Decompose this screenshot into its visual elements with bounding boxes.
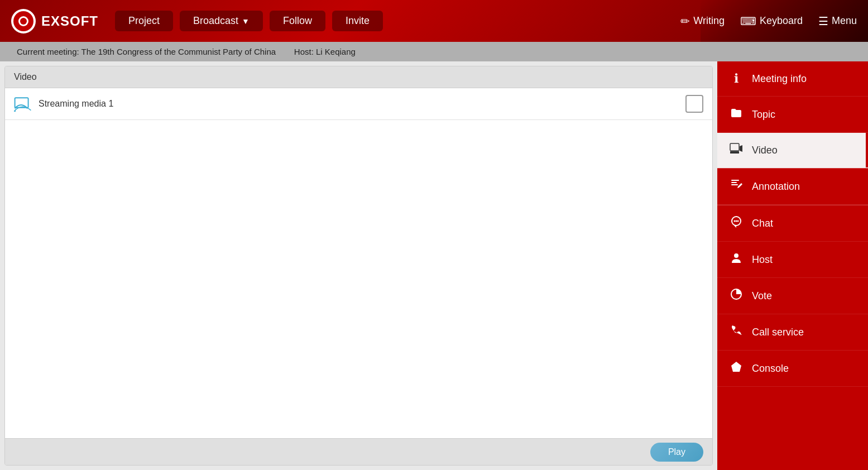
logo-area: EXSOFT <box>11 9 98 33</box>
follow-button[interactable]: Follow <box>270 11 325 31</box>
host-spacer <box>280 47 290 56</box>
video-panel-header: Video <box>5 66 712 88</box>
folder-icon <box>730 107 742 119</box>
sidebar-label-vote: Vote <box>752 290 772 302</box>
content-area: Video Streaming media 1 Play <box>0 61 717 470</box>
host-icon <box>728 252 744 267</box>
svg-rect-5 <box>731 182 737 183</box>
play-button[interactable]: Play <box>650 443 703 462</box>
header: EXSOFT Project Broadcast ▼ Follow Invite… <box>0 0 868 42</box>
nav-buttons: Project Broadcast ▼ Follow Invite <box>115 11 680 31</box>
header-right: ✏ Writing ⌨ Keyboard ☰ Menu <box>680 15 857 28</box>
writing-button[interactable]: ✏ Writing <box>680 15 725 28</box>
sidebar-item-call-service[interactable]: Call service <box>717 314 868 351</box>
svg-point-1 <box>14 111 16 112</box>
current-meeting-text: Current meeting: The 19th Congress of th… <box>17 47 276 56</box>
video-item[interactable]: Streaming media 1 <box>5 88 712 120</box>
sidebar-label-video: Video <box>752 145 778 156</box>
chart-icon <box>730 288 742 300</box>
broadcast-button[interactable]: Broadcast ▼ <box>180 11 263 31</box>
call-service-icon <box>728 324 744 340</box>
video-icon <box>728 143 744 157</box>
cast-icon <box>14 96 32 112</box>
writing-label: Writing <box>693 15 725 27</box>
video-panel-title: Video <box>14 72 37 81</box>
video-player-icon <box>730 143 743 154</box>
menu-icon: ☰ <box>818 15 828 28</box>
sidebar-item-annotation[interactable]: Annotation <box>717 169 868 205</box>
svg-rect-3 <box>730 151 739 154</box>
sidebar-item-topic[interactable]: Topic <box>717 97 868 133</box>
sidebar-item-host[interactable]: Host <box>717 242 868 278</box>
vote-icon <box>728 288 744 304</box>
topic-icon <box>728 107 744 122</box>
sidebar-item-meeting-info[interactable]: ℹ Meeting info <box>717 61 868 97</box>
sidebar-label-call-service: Call service <box>752 327 804 338</box>
svg-point-11 <box>734 253 738 258</box>
chat-bubble-icon <box>730 215 742 228</box>
broadcast-caret-icon: ▼ <box>242 17 250 26</box>
subheader: Current meeting: The 19th Congress of th… <box>0 42 868 61</box>
sidebar-item-vote[interactable]: Vote <box>717 278 868 314</box>
logo-text: EXSOFT <box>41 13 98 29</box>
main-layout: Video Streaming media 1 Play <box>0 61 868 470</box>
invite-button[interactable]: Invite <box>332 11 383 31</box>
diamond-icon <box>730 361 742 373</box>
sidebar-label-annotation: Annotation <box>752 181 800 193</box>
sidebar-item-console[interactable]: Console <box>717 351 868 387</box>
svg-rect-4 <box>731 180 739 181</box>
menu-button[interactable]: ☰ Menu <box>818 15 857 28</box>
phone-icon <box>730 324 742 337</box>
chat-icon <box>728 215 744 231</box>
logo-icon <box>11 9 36 33</box>
sidebar-label-host: Host <box>752 254 773 266</box>
svg-point-8 <box>734 220 736 222</box>
sidebar-label-console: Console <box>752 363 789 375</box>
keyboard-button[interactable]: ⌨ Keyboard <box>740 15 803 28</box>
keyboard-label: Keyboard <box>760 15 803 27</box>
info-icon: ℹ <box>728 71 744 86</box>
project-button[interactable]: Project <box>115 11 173 31</box>
logo-icon-inner <box>13 11 33 31</box>
pen-icon <box>730 179 742 191</box>
sidebar: ℹ Meeting info Topic Video <box>717 61 868 470</box>
sidebar-item-video[interactable]: Video <box>717 133 868 168</box>
annotation-icon <box>728 179 744 194</box>
host-text: Host: Li Keqiang <box>294 47 356 56</box>
sidebar-label-meeting-info: Meeting info <box>752 73 807 85</box>
video-panel: Video Streaming media 1 Play <box>4 66 713 466</box>
sidebar-label-topic: Topic <box>752 109 775 121</box>
broadcast-label: Broadcast <box>193 15 238 27</box>
video-item-name: Streaming media 1 <box>39 99 685 109</box>
video-item-checkbox[interactable] <box>685 95 703 113</box>
sidebar-item-chat[interactable]: Chat <box>717 205 868 242</box>
video-list: Streaming media 1 <box>5 88 712 438</box>
keyboard-icon: ⌨ <box>740 15 756 28</box>
svg-rect-6 <box>731 184 738 185</box>
svg-point-9 <box>736 220 737 222</box>
console-icon <box>728 361 744 376</box>
svg-rect-2 <box>730 143 739 151</box>
sidebar-label-chat: Chat <box>752 218 773 229</box>
svg-point-10 <box>737 220 739 222</box>
menu-label: Menu <box>832 15 857 27</box>
person-icon <box>730 252 742 264</box>
exsoft-logo-svg <box>17 15 30 27</box>
writing-icon: ✏ <box>680 15 690 28</box>
bottom-bar: Play <box>5 438 712 465</box>
